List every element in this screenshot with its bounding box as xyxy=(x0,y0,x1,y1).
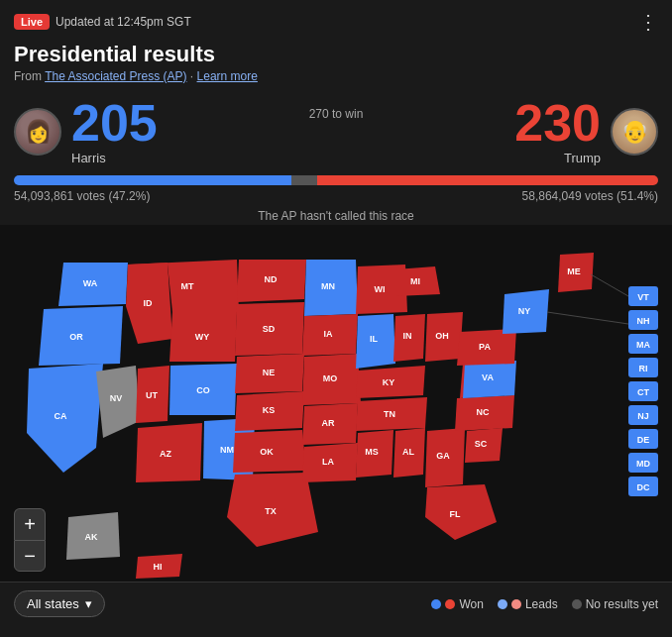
state-ma xyxy=(628,334,658,354)
state-mi xyxy=(395,266,440,296)
center-to-win: 270 to win xyxy=(309,107,364,121)
source-line: From The Associated Press (AP) · Learn m… xyxy=(14,69,658,83)
state-sc xyxy=(465,428,503,463)
top-bar: Live Updated at 12:45pm SGT ⋮ xyxy=(0,0,672,40)
legend-leads-label: Leads xyxy=(525,597,558,611)
zoom-in-button[interactable]: + xyxy=(14,508,46,540)
to-win-label: 270 to win xyxy=(309,107,364,121)
state-la xyxy=(302,443,358,482)
state-wa xyxy=(58,263,128,306)
legend-no-results: No results yet xyxy=(572,597,658,611)
all-states-dropdown[interactable]: All states ▾ xyxy=(14,590,105,617)
state-nd xyxy=(237,260,306,302)
state-mo xyxy=(302,354,361,405)
zoom-out-button[interactable]: − xyxy=(14,540,46,572)
state-tn xyxy=(356,397,427,431)
state-de xyxy=(628,429,658,449)
state-va xyxy=(463,361,516,398)
trump-avatar: 👴 xyxy=(611,108,658,156)
learn-more-link[interactable]: Learn more xyxy=(197,69,258,83)
harris-avatar: 👩 xyxy=(14,108,61,156)
legend-leads: Leads xyxy=(498,597,558,611)
state-ct xyxy=(628,381,658,401)
legend-no-results-label: No results yet xyxy=(586,597,658,611)
electoral-progress-bar xyxy=(14,175,658,185)
state-ga xyxy=(425,428,465,487)
candidates-row: 👩 205 Harris 270 to win 230 Trump 👴 xyxy=(0,89,672,169)
source-separator: · xyxy=(190,69,197,83)
state-al xyxy=(393,428,425,478)
source-prefix: From xyxy=(14,69,42,83)
legend-won-label: Won xyxy=(459,597,483,611)
state-nh xyxy=(628,310,658,330)
state-ne xyxy=(235,354,304,393)
trump-name: Trump xyxy=(514,151,601,165)
state-ks xyxy=(235,391,304,431)
state-ia xyxy=(302,314,358,356)
state-or xyxy=(39,306,123,366)
state-pa xyxy=(457,329,516,366)
trump-progress xyxy=(317,175,659,185)
state-wy xyxy=(169,312,237,362)
legend-won: Won xyxy=(431,597,483,611)
state-ut xyxy=(136,366,169,423)
state-ms xyxy=(356,430,393,478)
title-section: Presidential results From The Associated… xyxy=(0,40,672,89)
state-ok xyxy=(233,430,306,473)
harris-votes: 54,093,861 votes (47.2%) xyxy=(14,189,150,203)
trump-electoral-votes: 230 xyxy=(514,97,601,149)
electoral-map: WA OR CA ID NV MT WY UT CO AZ NM ND xyxy=(0,225,672,582)
undecided-progress xyxy=(291,175,317,185)
state-hi xyxy=(136,554,182,579)
state-nc xyxy=(455,395,514,431)
state-nj xyxy=(628,405,658,425)
state-oh xyxy=(425,312,463,362)
state-ar xyxy=(302,403,358,445)
state-ny xyxy=(503,289,549,334)
state-ri xyxy=(628,358,658,377)
state-il xyxy=(356,314,395,369)
harris-progress xyxy=(14,175,291,185)
updated-timestamp: Updated at 12:45pm SGT xyxy=(56,15,191,29)
live-indicator: Live xyxy=(14,14,50,30)
dropdown-chevron-icon: ▾ xyxy=(85,596,92,611)
trump-section: 230 Trump 👴 xyxy=(514,97,658,165)
map-controls: + − xyxy=(14,508,46,572)
legend-dot-none xyxy=(572,599,582,609)
ap-notice: The AP hasn't called this race xyxy=(0,205,672,225)
harris-name: Harris xyxy=(71,151,158,165)
harris-section: 👩 205 Harris xyxy=(14,97,158,165)
state-mn xyxy=(304,260,358,316)
legend-dot-blue-leads xyxy=(498,599,507,609)
live-badge: Live Updated at 12:45pm SGT xyxy=(14,14,191,30)
state-vt xyxy=(628,286,658,306)
harris-electoral-votes: 205 xyxy=(71,97,158,149)
state-sd xyxy=(235,302,304,356)
state-dc xyxy=(628,477,658,496)
page-title: Presidential results xyxy=(14,42,658,67)
all-states-label: All states xyxy=(27,596,79,611)
state-in xyxy=(393,314,425,362)
state-me xyxy=(558,253,594,292)
state-ak xyxy=(66,512,120,560)
state-co xyxy=(169,364,237,415)
bottom-bar: All states ▾ Won Leads No results yet xyxy=(0,582,672,625)
map-legend: Won Leads No results yet xyxy=(431,597,658,611)
state-md xyxy=(628,453,658,473)
legend-dot-blue-won xyxy=(431,599,441,609)
state-ky xyxy=(356,366,425,398)
legend-dot-red-leads xyxy=(511,599,521,609)
trump-votes: 58,864,049 votes (51.4%) xyxy=(522,189,658,203)
legend-dot-red-won xyxy=(445,599,455,609)
state-az xyxy=(136,423,202,482)
source-link[interactable]: The Associated Press (AP) xyxy=(45,69,186,83)
votes-row: 54,093,861 votes (47.2%) 58,864,049 vote… xyxy=(0,187,672,205)
more-options-icon[interactable]: ⋮ xyxy=(638,10,658,34)
